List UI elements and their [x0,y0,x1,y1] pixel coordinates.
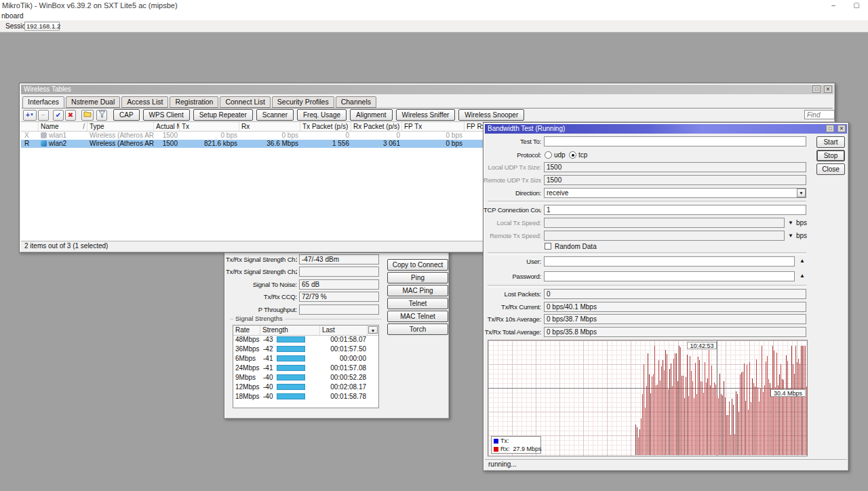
wireless-titlebar[interactable]: Wireless Tables □ ✕ [21,85,833,94]
session-address[interactable]: 192.168.1.2 [24,22,60,31]
maximize-window-icon[interactable]: □ [812,85,821,93]
cell-rx_packet: 0 [351,132,402,140]
remote-udp-tx-size-input[interactable]: 1500 [544,175,806,185]
signal-row-9mbps[interactable]: 9Mbps-4000:00:52.28 [233,373,378,382]
column-header-rate[interactable]: Rate [233,326,260,335]
toolbar-button-wps-client[interactable]: WPS Client [143,109,190,121]
column-header-strength[interactable]: Strength [260,326,320,335]
toolbar-button-freq-usage[interactable]: Freq. Usage [297,109,347,121]
close-window-icon[interactable]: ✕ [824,85,832,93]
copy-to-connect-list-button[interactable]: Copy to Connect List [387,259,448,271]
wireless-interface-icon [41,132,47,138]
maximize-icon[interactable]: ▢ [849,1,864,10]
add-button[interactable]: +▼ [23,110,37,121]
rx-bar [653,374,654,455]
column-header-name[interactable]: Name/ [39,122,87,131]
column-header-rx-packet-p-s[interactable]: Rx Packet (p/s) [351,122,402,131]
cell-rx: 0 bps [239,132,300,140]
test-to-input[interactable] [544,136,806,146]
close-window-icon[interactable]: ✕ [837,125,846,132]
tab-access-list[interactable]: Access List [121,96,168,108]
ping-button[interactable]: Ping [387,272,448,283]
rx-bar [725,397,726,455]
password-input[interactable] [544,271,795,281]
direction-select[interactable]: receive [544,188,806,198]
column-header-type[interactable]: Type [87,122,154,131]
throughput-chart: 10:42:53 30.4 Mbps Tx: Rx: 27.9 Mbps [488,340,808,456]
tab-nstreme-dual[interactable]: Nstreme Dual [66,96,120,108]
password-collapse-icon[interactable]: ▲ [800,273,805,279]
rx-bar [772,346,773,455]
signal-row-12mbps[interactable]: 12Mbps-4000:02:08.17 [233,382,378,392]
column-header-flags[interactable] [22,122,39,131]
tab-channels[interactable]: Channels [336,96,376,108]
toolbar-button-alignment[interactable]: Alignment [350,109,392,121]
signal-row-48mbps[interactable]: 48Mbps-4300:01:58.07 [233,335,378,345]
signal-row-36mbps[interactable]: 36Mbps-4200:01:57.50 [233,345,378,354]
torch-button[interactable]: Torch [387,323,448,335]
maximize-window-icon[interactable]: □ [826,125,834,132]
column-header-last-measured[interactable]: Last Measured [320,326,368,335]
toolbar-button-wireless-snooper[interactable]: Wireless Snooper [458,109,524,121]
remote-tx-speed-dropdown-icon[interactable]: ▼ [788,233,793,239]
toolbar-button-wireless-sniffer[interactable]: Wireless Sniffer [396,109,456,121]
disable-button[interactable]: ✖ [65,110,76,121]
toolbar-button-cap[interactable]: CAP [113,109,140,121]
remove-button[interactable]: − [38,110,49,121]
menu-item[interactable]: nboard [0,12,24,20]
radio-tcp[interactable] [569,151,576,159]
find-input[interactable] [804,110,835,119]
tab-connect-list[interactable]: Connect List [220,96,270,108]
cell-strength: -41 [263,354,273,364]
mac-telnet-button[interactable]: MAC Telnet [387,311,448,322]
tcp-connection-count-input[interactable]: 1 [544,205,806,215]
rx-bar [642,394,643,455]
column-header-tx[interactable]: Tx [180,122,239,131]
table-dropdown-icon[interactable]: ▼ [368,326,378,334]
tab-registration[interactable]: Registration [170,96,218,108]
column-header-fp-tx[interactable]: FP Tx [402,122,465,131]
local-tx-speed-input[interactable] [544,218,785,228]
bandwidth-titlebar[interactable]: Bandwidth Test (Running) □ ✕ [485,124,847,134]
column-header-actual-mtu[interactable]: Actual MTU [154,122,180,131]
stop-button[interactable]: Stop [816,150,845,161]
signal-row-18mbps[interactable]: 18Mbps-4000:01:58.78 [233,392,378,401]
start-button[interactable]: Start [816,136,845,148]
toolbar-button-scanner[interactable]: Scanner [256,109,294,121]
tab-interfaces[interactable]: Interfaces [22,96,64,109]
rx-bar [696,394,697,455]
rx-bar [658,360,659,455]
column-header-tx-packet-p-s[interactable]: Tx Packet (p/s) [300,122,351,131]
signal-row-6mbps[interactable]: 6Mbps-4100:00:00 [233,354,378,364]
user-collapse-icon[interactable]: ▲ [800,258,805,264]
tab-security-profiles[interactable]: Security Profiles [272,96,334,108]
mac-ping-button[interactable]: MAC Ping [387,285,448,296]
interface-row-wlan2[interactable]: Rwlan2Wireless (Atheros AR9...1500821.6 … [21,140,523,148]
user-input[interactable] [544,256,795,267]
random-data-checkbox[interactable] [545,243,551,250]
field-label-local-udp-tx-size: Local UDP Tx Size: [484,162,541,172]
section-divider [488,201,806,203]
rx-bar [791,346,792,455]
toolbar-button-setup-repeater[interactable]: Setup Repeater [193,109,253,121]
column-header-rx[interactable]: Rx [239,122,300,131]
rx-bar [717,395,717,455]
wireless-tab-strip: InterfacesNstreme DualAccess ListRegistr… [22,96,378,109]
signal-value-p-throughput [299,305,379,315]
remote-tx-speed-input[interactable] [544,231,785,241]
direction-dropdown-icon[interactable]: ▼ [797,189,806,197]
telnet-button[interactable]: Telnet [387,298,448,309]
radio-udp[interactable] [545,151,552,159]
signal-value-tx-rx-signal-strength-ch1: -47/-43 dBm [299,254,379,264]
local-tx-speed-dropdown-icon[interactable]: ▼ [788,220,793,226]
minimize-icon[interactable]: – [826,1,841,10]
filter-icon[interactable] [96,110,107,121]
comment-folder-icon[interactable] [81,110,94,121]
close-button[interactable]: Close [816,163,845,175]
local-udp-tx-size-input[interactable]: 1500 [544,162,806,172]
enable-button[interactable]: ✔ [53,110,64,121]
interface-row-wlan1[interactable]: Xwlan1Wireless (Atheros AR9...15000 bps0… [21,132,523,140]
signal-row-24mbps[interactable]: 24Mbps-4100:01:57.08 [233,364,378,373]
rx-legend-swatch [494,447,498,452]
rx-bar [709,350,709,455]
